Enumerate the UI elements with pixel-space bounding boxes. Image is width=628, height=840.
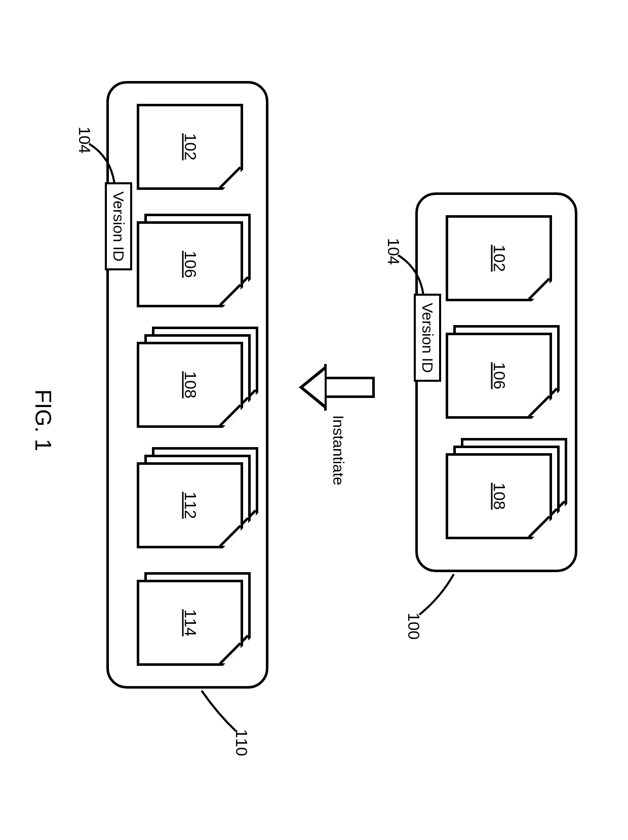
version-id-box-bottom: Version ID [105, 182, 132, 270]
doc-108-front: 108 [446, 453, 552, 539]
doc-label: 108 [490, 483, 508, 509]
ref-104-top: 104 [384, 238, 403, 265]
leader-110 [198, 689, 238, 734]
container-110: 102 106 108 112 [106, 81, 268, 689]
doc-label: 106 [490, 362, 508, 389]
ref-100: 100 [404, 613, 423, 639]
doc-label: 106 [181, 251, 200, 277]
version-id-label: Version ID [110, 191, 127, 261]
doc-102: 102 [446, 215, 552, 301]
doc-label: 102 [181, 133, 200, 160]
doc-112-front: 112 [137, 462, 243, 548]
container-100: 102 106 108 [415, 192, 577, 572]
ref-110: 110 [232, 729, 251, 756]
instantiate-label: Instantiate [330, 415, 347, 485]
instantiate-arrow [324, 377, 375, 398]
ref-104-bot: 104 [75, 127, 94, 153]
doc-108b-front: 108 [137, 342, 243, 428]
leader-100 [415, 572, 456, 618]
doc-102b: 102 [137, 104, 243, 190]
doc-114-front: 114 [137, 580, 243, 666]
doc-label: 102 [490, 245, 508, 271]
doc-106-front: 106 [446, 333, 552, 419]
doc-106b-front: 106 [137, 221, 243, 307]
diagram-root: 102 106 108 Version ID 104 [35, 41, 593, 800]
version-id-label: Version ID [419, 303, 436, 373]
doc-label: 114 [181, 609, 200, 636]
figure-label: FIG. 1 [30, 389, 56, 451]
version-id-box-top: Version ID [414, 294, 441, 382]
doc-label: 112 [181, 492, 200, 518]
doc-label: 108 [181, 371, 200, 398]
